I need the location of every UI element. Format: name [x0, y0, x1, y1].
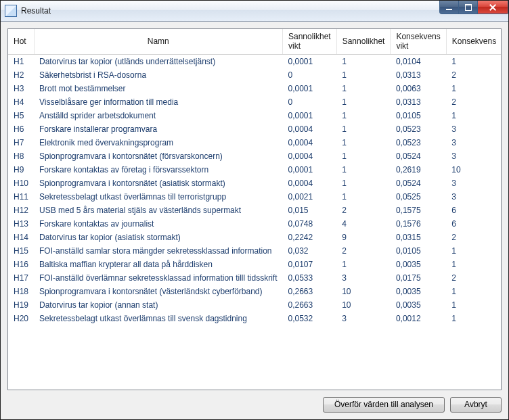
cell-hot: H10 — [8, 177, 34, 190]
cell-sannolikhet-vikt: 0,032 — [282, 244, 336, 258]
cell-namn: Forskare kontaktas av journalist — [34, 217, 282, 231]
cell-sannolikhet-vikt: 0,0001 — [282, 163, 336, 177]
transfer-button[interactable]: Överför värden till analysen — [323, 397, 445, 413]
cell-namn: Datorvirus tar kopior (utländs underrätt… — [34, 55, 282, 69]
cell-hot: H7 — [8, 136, 34, 149]
table-row[interactable]: H20Sekretessbelagt utkast överlämnas til… — [8, 312, 502, 325]
cell-konsekvens: 3 — [446, 136, 502, 149]
cell-hot: H20 — [8, 312, 34, 325]
cell-konsekvens-vikt: 0,0525 — [391, 190, 446, 204]
table-row[interactable]: H3Brott mot bestämmelser0,000110,00631 — [8, 82, 502, 95]
cell-sannolikhet-vikt: 0,0004 — [282, 177, 336, 190]
cell-konsekvens-vikt: 0,0105 — [391, 244, 446, 258]
col-header-sannolikhet[interactable]: Sannolikhet — [336, 29, 391, 55]
table-row[interactable]: H16Baltiska maffian krypterar all data p… — [8, 258, 502, 271]
cell-hot: H5 — [8, 109, 34, 122]
table-row[interactable]: H18Spionprogramvara i kontorsnätet (väst… — [8, 285, 502, 298]
results-table-container[interactable]: Hot Namn Sannolikhet vikt Sannolikhet Ko… — [7, 28, 502, 390]
cell-hot: H3 — [8, 82, 34, 95]
cell-konsekvens-vikt: 0,0524 — [391, 177, 446, 190]
cell-hot: H14 — [8, 231, 34, 244]
table-row[interactable]: H12USB med 5 års material stjäls av väst… — [8, 204, 502, 217]
results-table: Hot Namn Sannolikhet vikt Sannolikhet Ko… — [8, 29, 502, 325]
table-row[interactable]: H6Forskare installerar programvara0,0004… — [8, 122, 502, 136]
cell-sannolikhet: 1 — [336, 190, 391, 204]
cell-sannolikhet-vikt: 0,0004 — [282, 136, 336, 149]
cell-sannolikhet: 2 — [336, 244, 391, 258]
window-controls — [439, 1, 508, 14]
table-row[interactable]: H17FOI-anställd överlämnar sekretessklas… — [8, 271, 502, 285]
col-header-konsekvens-vikt[interactable]: Konsekvens vikt — [391, 29, 446, 55]
cancel-button[interactable]: Avbryt — [450, 397, 502, 413]
cell-konsekvens: 2 — [446, 271, 502, 285]
cell-sannolikhet: 1 — [336, 55, 391, 69]
cell-hot: H8 — [8, 149, 34, 163]
titlebar[interactable]: Resultat — [1, 1, 508, 22]
table-row[interactable]: H19Datorvirus tar kopior (annan stat)0,2… — [8, 298, 502, 312]
table-row[interactable]: H1Datorvirus tar kopior (utländs underrä… — [8, 55, 502, 69]
table-row[interactable]: H15FOI-anställd samlar stora mängder sek… — [8, 244, 502, 258]
table-row[interactable]: H14Datorvirus tar kopior (asiatisk storm… — [8, 231, 502, 244]
cell-sannolikhet-vikt: 0,2242 — [282, 231, 336, 244]
table-row[interactable]: H2Säkerhetsbrist i RSA-dosorna010,03132 — [8, 68, 502, 82]
cell-sannolikhet-vikt: 0,015 — [282, 204, 336, 217]
cell-sannolikhet-vikt: 0,0004 — [282, 122, 336, 136]
cell-sannolikhet: 1 — [336, 177, 391, 190]
cell-sannolikhet: 1 — [336, 95, 391, 109]
cell-konsekvens-vikt: 0,0035 — [391, 285, 446, 298]
minimize-icon — [446, 9, 452, 10]
cell-hot: H18 — [8, 285, 34, 298]
table-row[interactable]: H8Spionprogramvara i kontorsnätet (försv… — [8, 149, 502, 163]
cell-namn: Sekretessbelagt utkast överlämnas till t… — [34, 190, 282, 204]
window-title: Resultat — [21, 6, 51, 16]
cell-konsekvens-vikt: 0,0175 — [391, 271, 446, 285]
cell-konsekvens-vikt: 0,0524 — [391, 149, 446, 163]
col-header-sannolikhet-vikt[interactable]: Sannolikhet vikt — [282, 29, 336, 55]
table-row[interactable]: H5Anställd sprider arbetsdokument0,00011… — [8, 109, 502, 122]
cell-konsekvens: 1 — [446, 285, 502, 298]
maximize-icon — [465, 4, 472, 11]
col-header-konsekvens[interactable]: Konsekvens — [446, 29, 502, 55]
cell-sannolikhet: 1 — [336, 122, 391, 136]
table-row[interactable]: H11Sekretessbelagt utkast överlämnas til… — [8, 190, 502, 204]
cell-hot: H13 — [8, 217, 34, 231]
cell-konsekvens: 3 — [446, 149, 502, 163]
cell-sannolikhet-vikt: 0,0748 — [282, 217, 336, 231]
cell-konsekvens: 1 — [446, 109, 502, 122]
cell-namn: Baltiska maffian krypterar all data på h… — [34, 258, 282, 271]
table-row[interactable]: H4Visselblåsare ger information till med… — [8, 95, 502, 109]
maximize-button[interactable] — [458, 1, 477, 14]
cell-sannolikhet: 1 — [336, 82, 391, 95]
cell-hot: H6 — [8, 122, 34, 136]
cell-hot: H2 — [8, 68, 34, 82]
cell-sannolikhet: 1 — [336, 258, 391, 271]
cell-namn: Spionprogramvara i kontorsnätet (västerl… — [34, 285, 282, 298]
cell-namn: Datorvirus tar kopior (asiatisk stormakt… — [34, 231, 282, 244]
cell-sannolikhet: 3 — [336, 271, 391, 285]
col-header-namn[interactable]: Namn — [34, 29, 282, 55]
cell-hot: H16 — [8, 258, 34, 271]
cell-konsekvens-vikt: 0,1576 — [391, 217, 446, 231]
cell-namn: Sekretessbelagt utkast överlämnas till s… — [34, 312, 282, 325]
table-row[interactable]: H9Forskare kontaktas av företag i försva… — [8, 163, 502, 177]
cell-sannolikhet-vikt: 0,0001 — [282, 55, 336, 69]
cell-sannolikhet: 1 — [336, 149, 391, 163]
table-row[interactable]: H13Forskare kontaktas av journalist0,074… — [8, 217, 502, 231]
cell-konsekvens-vikt: 0,0063 — [391, 82, 446, 95]
cell-konsekvens-vikt: 0,0104 — [391, 55, 446, 69]
cell-konsekvens: 1 — [446, 258, 502, 271]
table-row[interactable]: H10Spionprogramvara i kontorsnätet (asia… — [8, 177, 502, 190]
table-row[interactable]: H7Elektronik med övervakningsprogram0,00… — [8, 136, 502, 149]
cell-sannolikhet: 1 — [336, 163, 391, 177]
cell-sannolikhet: 10 — [336, 285, 391, 298]
cell-hot: H1 — [8, 55, 34, 69]
cell-hot: H19 — [8, 298, 34, 312]
cell-konsekvens: 3 — [446, 177, 502, 190]
cell-sannolikhet: 2 — [336, 204, 391, 217]
cell-konsekvens: 1 — [446, 82, 502, 95]
minimize-button[interactable] — [439, 1, 458, 14]
close-button[interactable] — [477, 1, 508, 14]
cell-konsekvens: 6 — [446, 217, 502, 231]
cell-konsekvens: 2 — [446, 68, 502, 82]
col-header-hot[interactable]: Hot — [8, 29, 34, 55]
